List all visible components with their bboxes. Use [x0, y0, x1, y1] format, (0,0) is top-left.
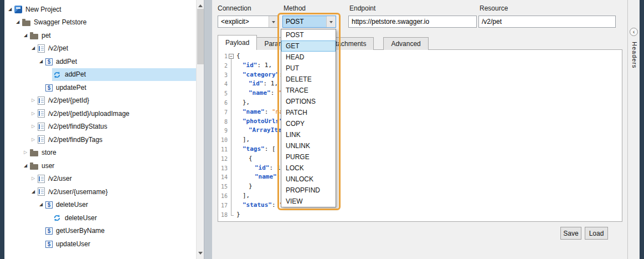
tree-item-body[interactable]: /v2/pet	[37, 42, 196, 55]
code-line[interactable]: 3"category": {	[218, 70, 622, 80]
expander-expanded-icon[interactable]: ◢	[38, 201, 44, 208]
tree-item[interactable]: ▷/v2/pet/{petId}/uploadImage	[4, 107, 196, 120]
method-option[interactable]: PUT	[281, 63, 336, 74]
collapse-chevron-icon[interactable]: ‹	[630, 28, 638, 36]
code-line[interactable]: 4"id": 1,	[218, 79, 622, 89]
save-button[interactable]: Save	[560, 227, 581, 240]
expander-collapsed-icon[interactable]: ▷	[30, 175, 37, 182]
tree-item[interactable]: ◢Swagger Petstore	[4, 16, 196, 29]
method-option[interactable]: TRACE	[281, 85, 336, 96]
method-option[interactable]: VIEW	[281, 196, 336, 207]
method-option[interactable]: UNLOCK	[281, 174, 336, 185]
code-line[interactable]: 1−{	[218, 52, 622, 61]
tree-item-body[interactable]: addPet	[52, 68, 196, 82]
tree-item[interactable]: addPet	[4, 68, 196, 82]
code-line[interactable]: 6},	[218, 98, 622, 108]
method-option[interactable]: LINK	[281, 129, 336, 140]
expander-collapsed-icon[interactable]: ▷	[30, 136, 37, 143]
expander-collapsed-icon[interactable]: ▷	[30, 97, 37, 104]
tree-item[interactable]: ◢/v2/user/{username}	[4, 185, 196, 199]
tree-item[interactable]: $updatePet	[4, 81, 196, 94]
tree-item-body[interactable]: pet	[29, 29, 196, 42]
tree-item[interactable]: ◢$deleteUser	[4, 199, 196, 212]
headers-side-panel[interactable]: ‹ Headers	[627, 0, 640, 259]
tree-item-body[interactable]: Swagger Petstore	[21, 16, 196, 29]
method-option[interactable]: PROPFIND	[281, 185, 336, 196]
code-line[interactable]: 16],	[218, 191, 622, 201]
code-line[interactable]: 7"name": "nam	[218, 108, 622, 117]
tree-item[interactable]: ▷/v2/pet/findByTags	[4, 133, 196, 146]
code-line[interactable]: 13"id": 1,	[218, 164, 622, 173]
tree-item-body[interactable]: $deleteUser	[44, 199, 196, 212]
code-line[interactable]: 2"id": 1,	[218, 61, 622, 70]
tree-item[interactable]: ◢pet	[4, 29, 196, 42]
tree-item[interactable]: deleteUser	[4, 211, 196, 225]
expander-expanded-icon[interactable]: ◢	[14, 19, 21, 26]
code-line[interactable]: 10],	[218, 135, 622, 145]
tree-item-body[interactable]: deleteUser	[52, 211, 196, 225]
load-button[interactable]: Load	[585, 227, 608, 240]
method-option[interactable]: COPY	[281, 118, 336, 129]
tab-payload[interactable]: Payload	[218, 35, 257, 50]
panel-splitter[interactable]	[204, 0, 212, 259]
method-option[interactable]: PATCH	[281, 107, 336, 118]
expander-expanded-icon[interactable]: ◢	[30, 45, 37, 52]
connection-select[interactable]: <explicit>	[218, 16, 279, 28]
tree-item-body[interactable]: user	[29, 159, 196, 172]
method-dropdown-arrow-icon[interactable]	[326, 16, 336, 27]
method-option[interactable]: LOCK	[281, 162, 336, 174]
fold-box-icon[interactable]: −	[229, 54, 234, 59]
expander-collapsed-icon[interactable]: ▷	[30, 110, 37, 117]
tree-item-body[interactable]: /v2/pet/findByTags	[37, 133, 196, 146]
endpoint-input[interactable]	[348, 16, 477, 28]
method-option[interactable]: UNLINK	[281, 140, 336, 151]
tab-advanced[interactable]: Advanced	[383, 37, 428, 50]
method-option[interactable]: POST	[281, 29, 336, 40]
payload-editor[interactable]: 1−{2"id": 1,3"category": {4"id": 1,5"nam…	[218, 49, 622, 222]
tree-item-body[interactable]: /v2/user	[37, 172, 196, 186]
tree-item-body[interactable]: /v2/pet/findByStatus	[37, 120, 196, 134]
scrollbar-up-arrow-icon[interactable]	[198, 2, 203, 7]
tree-item[interactable]: ▷/v2/user	[4, 172, 196, 186]
expander-expanded-icon[interactable]: ◢	[30, 189, 37, 195]
tree-item[interactable]: $updateUser	[4, 237, 196, 251]
scrollbar-thumb[interactable]	[197, 9, 204, 64]
resource-input[interactable]	[478, 16, 616, 28]
expander-collapsed-icon[interactable]: ▷	[22, 149, 29, 156]
tree-item-body[interactable]: /v2/user/{username}	[37, 185, 196, 199]
expander-expanded-icon[interactable]: ◢	[7, 6, 13, 13]
tree-item-body[interactable]: $addPet	[44, 55, 196, 68]
tree-item[interactable]: ◢/v2/pet	[4, 42, 196, 55]
tree-item[interactable]: ◢user	[4, 159, 196, 172]
tree-item-body[interactable]: $getUserByName	[44, 225, 196, 238]
tree-item[interactable]: ◢New Project	[4, 3, 196, 16]
method-option[interactable]: PURGE	[281, 151, 336, 162]
tree-item-body[interactable]: store	[29, 146, 196, 160]
method-option[interactable]: OPTIONS	[281, 96, 336, 107]
tree-item[interactable]: ▷/v2/pet/{petId}	[4, 94, 196, 108]
tree-item-body[interactable]: /v2/pet/{petId}/uploadImage	[37, 107, 196, 120]
expander-collapsed-icon[interactable]: ▷	[30, 123, 37, 130]
fold-toggle[interactable]: −	[228, 52, 235, 61]
code-line[interactable]: 14"name":	[218, 172, 622, 182]
code-line[interactable]: 15}	[218, 182, 622, 191]
tree-item-body[interactable]: New Project	[13, 3, 196, 16]
code-line[interactable]: 18}	[218, 210, 622, 220]
method-option[interactable]: DELETE	[281, 74, 336, 85]
tree-item[interactable]: ▷/v2/pet/findByStatus	[4, 120, 196, 134]
tree-item[interactable]: $getUserByName	[4, 225, 196, 238]
tree-item[interactable]: ▷store	[4, 146, 196, 160]
tree-scrollbar[interactable]	[196, 0, 204, 259]
connection-dropdown-arrow-icon[interactable]	[269, 16, 278, 27]
tree-item[interactable]: ◢$addPet	[4, 55, 196, 68]
scrollbar-down-arrow-icon[interactable]	[198, 252, 203, 257]
tree-item-body[interactable]: $updateUser	[44, 237, 196, 251]
expander-expanded-icon[interactable]: ◢	[22, 162, 29, 169]
code-line[interactable]: 5"name": "na	[218, 89, 622, 98]
code-line[interactable]: 12{	[218, 154, 622, 164]
code-line[interactable]: 11"tags": [	[218, 145, 622, 154]
method-select[interactable]: POST	[282, 16, 336, 28]
code-line[interactable]: 17"status": "avai	[218, 201, 622, 210]
tree-item-body[interactable]: /v2/pet/{petId}	[37, 94, 196, 108]
method-option[interactable]: HEAD	[281, 52, 336, 63]
